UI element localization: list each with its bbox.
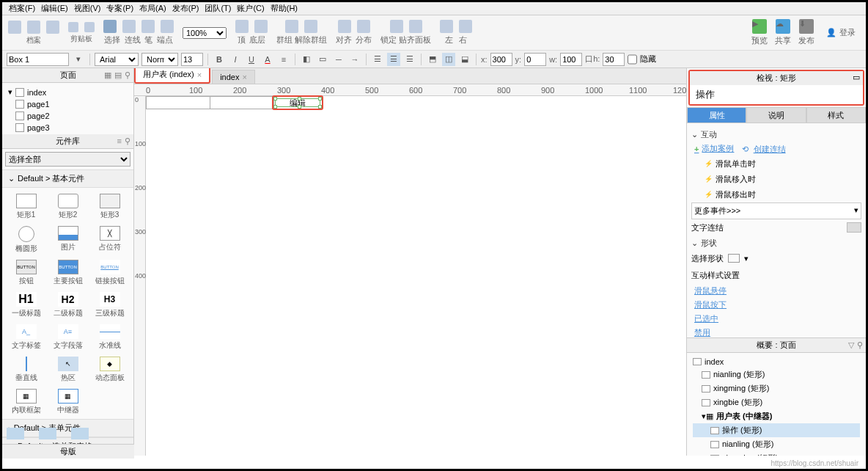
page-2[interactable]: page2 [8, 110, 128, 122]
underline-button[interactable]: U [245, 53, 258, 66]
preview-button[interactable]: ▶预览 [751, 19, 768, 46]
page-1[interactable]: page1 [8, 98, 128, 110]
widget-dynamic-panel[interactable]: ◆动态面板 [90, 355, 129, 384]
menu-project[interactable]: 专案(P) [103, 3, 136, 14]
text-link-box[interactable] [847, 222, 861, 233]
widget-name-input[interactable] [7, 53, 69, 66]
new-icon[interactable] [8, 21, 21, 34]
widget-rect1[interactable]: 矩形1 [7, 192, 45, 222]
dock-icon[interactable] [409, 20, 422, 33]
align-right-icon[interactable] [459, 20, 472, 33]
widget-h2[interactable]: H2二级标题 [48, 291, 87, 320]
align-right-text[interactable]: ☰ [403, 53, 416, 66]
widget-primary-button[interactable]: BUTTON主要按钮 [48, 258, 87, 288]
x-input[interactable] [490, 53, 512, 66]
add-case-link[interactable]: 添加案例 [691, 142, 737, 156]
widget-rect3[interactable]: 矩形3 [90, 192, 129, 222]
library-filter[interactable]: 选择全部 [5, 152, 130, 167]
align-center-text[interactable]: ☰ [387, 53, 400, 66]
lib-section-basic[interactable]: ⌄Default > 基本元件 [2, 169, 133, 188]
h-input[interactable] [603, 53, 625, 66]
tab-properties[interactable]: 属性 [687, 107, 746, 123]
menu-layout[interactable]: 布局(A) [136, 3, 169, 14]
section-interaction[interactable]: ⌄互动 [691, 128, 861, 142]
style-hover[interactable]: 滑鼠悬停 [691, 284, 729, 298]
login-button[interactable]: 👤登录 [822, 26, 860, 40]
group-icon[interactable] [285, 20, 298, 33]
widget-h1[interactable]: H1一级标题 [7, 291, 45, 320]
border-button[interactable]: ▭ [316, 53, 329, 66]
widget-hr[interactable]: 水准线 [90, 323, 129, 352]
zoom-select[interactable]: 100% [183, 27, 227, 39]
valign-mid[interactable]: ◫ [442, 53, 455, 66]
pen-icon[interactable] [141, 20, 155, 33]
event-click[interactable]: 滑鼠单击时 [691, 156, 861, 172]
add-page-icon[interactable]: ▦ [104, 70, 111, 80]
align-left-icon[interactable] [440, 20, 453, 33]
lock-icon[interactable] [390, 20, 403, 33]
widget-label[interactable]: A_文字标签 [7, 323, 45, 352]
name-dropdown-icon[interactable]: ▾ [72, 53, 85, 66]
canvas-table[interactable] [147, 96, 274, 109]
cell-1[interactable] [146, 96, 210, 109]
inspector-name[interactable]: 操作 [690, 85, 863, 104]
align-icon[interactable] [338, 20, 351, 33]
tab-notes[interactable]: 说明 [746, 107, 806, 123]
canvas[interactable]: 0100200300400 编辑 [134, 96, 686, 456]
page-3[interactable]: page3 [8, 122, 128, 134]
outline-xingming2[interactable]: xingming (矩形) [693, 451, 860, 456]
publish-button[interactable]: ⬇发布 [798, 19, 814, 46]
widget-h3[interactable]: H3三级标题 [90, 291, 129, 320]
style-disabled[interactable]: 禁用 [691, 326, 713, 338]
search-icon[interactable]: ⚲ [857, 340, 863, 350]
back-icon[interactable] [254, 20, 268, 33]
lib-search-icon[interactable]: ⚲ [125, 136, 130, 146]
font-size-input[interactable] [181, 53, 203, 66]
widget-image[interactable]: 图片 [48, 224, 87, 255]
widget-paragraph[interactable]: A≡文字段落 [48, 323, 87, 352]
text-color-button[interactable]: A [261, 53, 274, 66]
copy-icon[interactable] [84, 22, 95, 32]
selected-shape[interactable]: 编辑 [272, 95, 323, 110]
widget-inline-frame[interactable]: ▦内联框架 [7, 387, 45, 417]
outline-xingbie[interactable]: xingbie (矩形) [693, 395, 860, 409]
outline-caozuo[interactable]: 操作 (矩形) [693, 423, 860, 437]
lib-menu-icon[interactable]: ≡ [117, 136, 122, 146]
line-style-button[interactable]: ─ [332, 53, 345, 66]
share-button[interactable]: ☁共享 [775, 19, 791, 46]
point-icon[interactable] [161, 20, 174, 33]
save-icon[interactable] [46, 21, 59, 34]
menu-edit[interactable]: 编辑(E) [38, 3, 71, 14]
widget-vline[interactable]: 垂直线 [7, 355, 45, 384]
section-shape[interactable]: ⌄形状 [691, 236, 861, 250]
font-weight-select[interactable]: Normal [141, 53, 178, 66]
inspector-menu-icon[interactable]: ▭ [853, 73, 860, 82]
arrow-button[interactable]: → [348, 53, 361, 66]
w-input[interactable] [560, 53, 582, 66]
hidden-checkbox[interactable] [628, 53, 637, 66]
filter-icon[interactable]: ▽ [848, 340, 854, 350]
close-icon[interactable]: × [242, 73, 246, 81]
valign-top[interactable]: ⬒ [426, 53, 439, 66]
menu-team[interactable]: 团队(T) [202, 3, 234, 14]
distribute-icon[interactable] [357, 20, 370, 33]
outline-nianling[interactable]: nianling (矩形) [693, 368, 860, 381]
widget-link-button[interactable]: BUTTON链接按钮 [90, 258, 129, 288]
more-events-select[interactable]: 更多事件>>>▾ [691, 202, 861, 219]
valign-bot[interactable]: ⬓ [458, 53, 471, 66]
italic-button[interactable]: I [229, 53, 242, 66]
menu-file[interactable]: 档案(F) [6, 3, 38, 14]
outline-nianling2[interactable]: nianling (矩形) [693, 437, 860, 451]
close-icon[interactable]: × [197, 70, 202, 79]
open-icon[interactable] [27, 21, 40, 34]
bullet-button[interactable]: ≡ [277, 53, 290, 66]
y-input[interactable] [524, 53, 546, 66]
widget-ellipse[interactable]: 椭圆形 [7, 224, 45, 255]
widget-repeater[interactable]: ▦中继器 [48, 387, 87, 417]
widget-button[interactable]: BUTTON按钮 [7, 258, 45, 288]
style-press[interactable]: 滑鼠按下 [691, 298, 729, 312]
widget-rect2[interactable]: 矩形2 [48, 192, 87, 222]
tab-style[interactable]: 样式 [806, 107, 866, 123]
tab-usertable[interactable]: 用户表 (index)× [134, 68, 210, 84]
fill-button[interactable]: ◧ [300, 53, 313, 66]
